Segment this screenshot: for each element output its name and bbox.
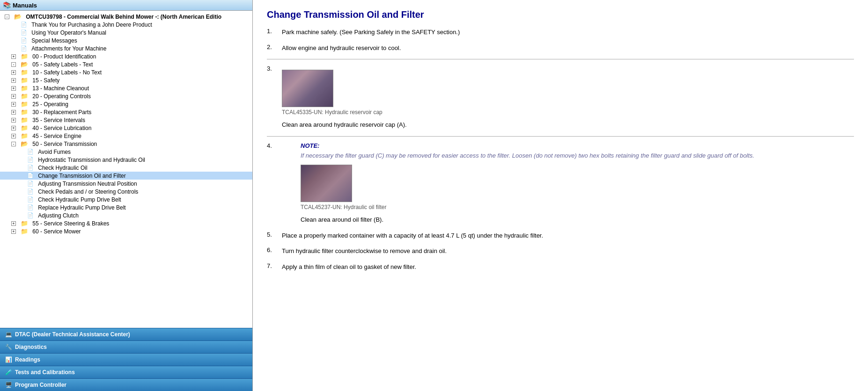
nav-btn-diagnostics[interactable]: 🔧Diagnostics — [0, 340, 252, 353]
image-placeholder — [282, 70, 333, 107]
step-content: TCAL45335-UN: Hydraulic reservoir cap Cl… — [282, 65, 407, 130]
tree-label: Check Pedals and / or Steering Controls — [38, 188, 138, 195]
step-text: Apply a thin film of clean oil to gasket… — [282, 262, 416, 272]
step-text: Place a properly marked container with a… — [282, 231, 543, 240]
nav-btn-label: DTAC (Dealer Technical Assistance Center… — [15, 331, 130, 338]
step-row: 4. NOTE: If necessary the filter guard (… — [267, 142, 854, 224]
step-2: 2. Allow engine and hydraulic reservoir … — [267, 43, 854, 53]
sidebar: 📚 Manuals - 📂 OMTCU39798 - Commercial Wa… — [0, 0, 253, 391]
image-placeholder — [301, 165, 352, 202]
tree-item-adjusttrans[interactable]: 📄 Adjusting Transmission Neutral Positio… — [0, 180, 252, 188]
tree-label: 55 - Service Steering & Brakes — [32, 220, 109, 227]
tree-item-checkhydraulic[interactable]: 📄 Check Hydraulic Oil — [0, 164, 252, 172]
step-number: 1. — [267, 28, 278, 37]
tree-item-25[interactable]: + 📁 25 - Operating — [0, 100, 252, 108]
tree-label: 60 - Service Mower — [32, 228, 81, 235]
tree-label: 50 - Service Transmission — [32, 141, 97, 147]
tree-item-35[interactable]: + 📁 35 - Service Intervals — [0, 116, 252, 124]
tree-label: Change Transmission Oil and Filter — [38, 173, 125, 179]
tree-item-replacepump[interactable]: 📄 Replace Hydraulic Pump Drive Belt — [0, 203, 252, 211]
step-content: NOTE: If necessary the filter guard (C) … — [282, 142, 754, 224]
tree-item-10[interactable]: + 📁 10 - Safety Labels - No Text — [0, 68, 252, 76]
step-text: Turn hydraulic filter counterclockwise t… — [282, 246, 447, 256]
tree-item-checkpump[interactable]: 📄 Check Hydraulic Pump Drive Belt — [0, 196, 252, 203]
sidebar-title: Manuals — [13, 2, 37, 9]
tree-item-30[interactable]: + 📁 30 - Replacement Parts — [0, 108, 252, 116]
tree-label: 05 - Safety Labels - Text — [32, 61, 93, 68]
tree-label: Check Hydraulic Pump Drive Belt — [38, 196, 121, 203]
tree-item-60[interactable]: + 📁 60 - Service Mower — [0, 227, 252, 235]
tree-item-40[interactable]: + 📁 40 - Service Lubrication — [0, 124, 252, 132]
note-text: If necessary the filter guard (C) may be… — [301, 151, 754, 160]
app-container: 📚 Manuals - 📂 OMTCU39798 - Commercial Wa… — [0, 0, 868, 391]
tree-item-avoid[interactable]: 📄 Avoid Fumes — [0, 148, 252, 156]
step-number: 5. — [267, 231, 278, 240]
tree-item-operators[interactable]: 📄 Using Your Operator's Manual — [0, 29, 252, 36]
step-row: 3. TCAL45335-UN: Hydraulic reservoir cap… — [267, 65, 854, 130]
nav-btn-readings[interactable]: 📊Readings — [0, 353, 252, 366]
tree-item-thankyou[interactable]: 📄 Thank You for Purchasing a John Deere … — [0, 21, 252, 29]
tree-item-20[interactable]: + 📁 20 - Operating Controls — [0, 92, 252, 100]
step-1: 1. Park machine safely. (See Parking Saf… — [267, 28, 854, 37]
page-title: Change Transmission Oil and Filter — [267, 9, 854, 20]
tree-label: 20 - Operating Controls — [32, 93, 91, 100]
tree-label: 45 - Service Engine — [32, 133, 81, 139]
tree-item-50[interactable]: - 📂 50 - Service Transmission — [0, 140, 252, 148]
tree-item-checkpedals[interactable]: 📄 Check Pedals and / or Steering Control… — [0, 188, 252, 196]
nav-btn-tests[interactable]: 🧪Tests and Calibrations — [0, 366, 252, 378]
steps-container: 1. Park machine safely. (See Parking Saf… — [267, 28, 854, 271]
tree-item-55[interactable]: + 📁 55 - Service Steering & Brakes — [0, 219, 252, 227]
step-number: 4. — [267, 142, 278, 224]
step-3: 3. TCAL45335-UN: Hydraulic reservoir cap… — [267, 65, 854, 130]
note-label: NOTE: — [301, 142, 754, 149]
step-number: 7. — [267, 262, 278, 272]
step-6: 6. Turn hydraulic filter counterclockwis… — [267, 246, 854, 256]
tree-label: Avoid Fumes — [38, 149, 71, 155]
tree-item-special[interactable]: 📄 Special Messages — [0, 36, 252, 44]
step-5: 5. Place a properly marked container wit… — [267, 231, 854, 240]
nav-btn-label: Tests and Calibrations — [15, 369, 75, 376]
image-block: TCAL45237-UN: Hydraulic oil filter — [301, 165, 754, 210]
tree-item-adjustclutch[interactable]: 📄 Adjusting Clutch — [0, 211, 252, 219]
step-text: Clean area around hydraulic reservoir ca… — [282, 120, 407, 130]
tree-label: 25 - Operating — [32, 101, 68, 108]
nav-btn-label: Program Controller — [15, 382, 66, 388]
tree-label: 15 - Safety — [32, 77, 59, 84]
manuals-icon: 📚 — [3, 1, 11, 9]
tree-item-00[interactable]: + 📁 00 - Product Identification — [0, 52, 252, 60]
step-7: 7. Apply a thin film of clean oil to gas… — [267, 262, 854, 272]
nav-btn-dtac[interactable]: 💻DTAC (Dealer Technical Assistance Cente… — [0, 328, 252, 340]
step-number: 2. — [267, 43, 278, 53]
tree-item-13[interactable]: + 📁 13 - Machine Cleanout — [0, 84, 252, 92]
tree-item-attachments[interactable]: 📄 Attachments for Your Machine — [0, 44, 252, 52]
nav-btn-label: Diagnostics — [15, 344, 47, 350]
tree-item-15[interactable]: + 📁 15 - Safety — [0, 76, 252, 84]
tree-item-root[interactable]: - 📂 OMTCU39798 - Commercial Walk Behind … — [0, 13, 252, 21]
program-icon: 🖥️ — [5, 381, 12, 389]
tree-label: 00 - Product Identification — [32, 53, 96, 60]
step-number: 3. — [267, 65, 278, 130]
tree-item-changetrans[interactable]: 📄 Change Transmission Oil and Filter — [0, 172, 252, 180]
image-caption: TCAL45335-UN: Hydraulic reservoir cap — [282, 109, 407, 116]
image-visual — [282, 70, 333, 107]
tree-label: 10 - Safety Labels - No Text — [32, 69, 102, 76]
dtac-icon: 💻 — [5, 331, 12, 338]
sidebar-bottom: 💻DTAC (Dealer Technical Assistance Cente… — [0, 328, 252, 391]
tree-item-05[interactable]: - 📂 05 - Safety Labels - Text — [0, 60, 252, 68]
step-4: 4. NOTE: If necessary the filter guard (… — [267, 142, 854, 224]
readings-icon: 📊 — [5, 356, 12, 363]
sidebar-tree[interactable]: - 📂 OMTCU39798 - Commercial Walk Behind … — [0, 11, 252, 328]
step-number: 6. — [267, 246, 278, 256]
image-visual — [301, 165, 352, 202]
step-desc: Clean area around oil filter (B). — [301, 215, 754, 224]
content-area: Change Transmission Oil and Filter 1. Pa… — [253, 0, 868, 391]
tree-label: Attachments for Your Machine — [31, 45, 106, 52]
tree-label: 13 - Machine Cleanout — [32, 85, 89, 92]
tree-label: Special Messages — [31, 37, 77, 44]
tree-label: Adjusting Transmission Neutral Position — [38, 181, 137, 187]
tree-label: Thank You for Purchasing a John Deere Pr… — [31, 22, 152, 28]
tree-item-45[interactable]: + 📁 45 - Service Engine — [0, 132, 252, 140]
tree-item-hydrostatic[interactable]: 📄 Hydrostatic Transmission and Hydraulic… — [0, 156, 252, 164]
nav-btn-program[interactable]: 🖥️Program Controller — [0, 378, 252, 391]
tests-icon: 🧪 — [5, 369, 12, 376]
